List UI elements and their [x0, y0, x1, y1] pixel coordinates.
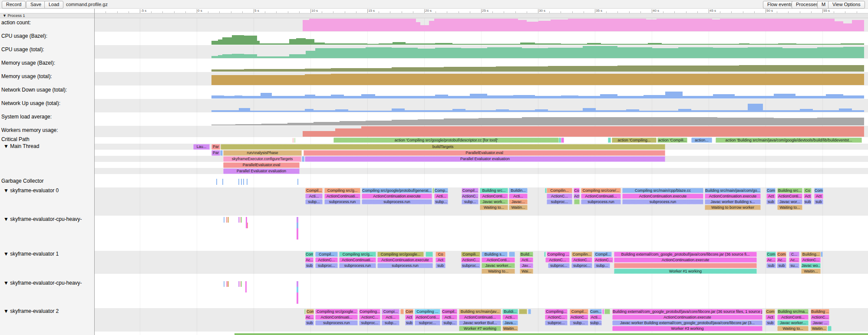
trace-event-bar[interactable]: Wai...	[520, 269, 533, 274]
cpu-heavy-event-tick[interactable]	[240, 281, 241, 287]
trace-event-bar[interactable]: Compiling ...	[415, 309, 440, 314]
trace-event-bar[interactable]: Act	[436, 257, 446, 263]
clipped-bottom-row-bar[interactable]	[234, 333, 868, 335]
trace-event-bar[interactable]: subproc...	[359, 320, 380, 325]
cpu-heavy-event-tick[interactable]	[238, 281, 239, 287]
trace-event-bar[interactable]: subproc...	[548, 263, 570, 268]
trace-event-bar[interactable]: Comp...	[434, 188, 448, 193]
trace-event-bar[interactable]: ActionC...	[315, 257, 338, 263]
cpu-heavy-event-tick[interactable]	[247, 223, 248, 228]
trace-event-bar[interactable]: Build...	[520, 252, 533, 257]
cpu-heavy-event-tick[interactable]	[297, 287, 298, 292]
trace-event-bar[interactable]: ActionC...	[571, 257, 592, 263]
track-label[interactable]: ▼ skyframe-evaluator 0	[3, 187, 59, 194]
cpu-heavy-event-tick[interactable]	[240, 217, 241, 223]
trace-event-bar[interactable]: subp...	[434, 199, 448, 204]
trace-event-bar[interactable]: Com	[814, 188, 823, 193]
trace-event-bar[interactable]: Building src/main/java/com/go...	[705, 188, 761, 193]
cpu-heavy-event-tick[interactable]	[226, 217, 227, 223]
track-label[interactable]: CPU usage (total):	[1, 46, 44, 53]
track-label[interactable]: action count:	[1, 20, 31, 26]
trace-event-bar[interactable]: su...	[789, 263, 799, 268]
trace-event-bar[interactable]: subp...	[305, 199, 323, 204]
trace-event-bar[interactable]: Javac worker...	[777, 320, 809, 325]
cpu-heavy-event-tick[interactable]	[297, 292, 298, 304]
trace-event-bar[interactable]: subproc...	[461, 263, 480, 268]
trace-event-bar[interactable]: Compiling src/google...	[377, 252, 424, 257]
trace-event-bar[interactable]: subproc...	[547, 199, 572, 204]
trace-event-bar[interactable]	[400, 309, 404, 314]
trace-event-bar[interactable]: Building external/com_google_protobuf/ja…	[614, 252, 757, 257]
trace-event-bar[interactable]: Com	[306, 309, 314, 314]
trace-event-bar[interactable]: ActionC...	[801, 257, 821, 263]
trace-event-bar[interactable]	[608, 138, 611, 143]
trace-event-bar[interactable]: Compiling ...	[547, 252, 570, 257]
trace-event-bar[interactable]: Ac...	[766, 257, 776, 263]
trace-event-bar[interactable]: Com...	[590, 309, 602, 314]
trace-event-bar[interactable]: sub	[305, 263, 314, 268]
trace-event-bar[interactable]: Compiling...	[545, 309, 568, 314]
trace-event-bar[interactable]: subp...	[382, 320, 399, 325]
trace-event-bar[interactable]: Worker #1 working	[614, 269, 757, 274]
track-label[interactable]: ▼ skyframe-evaluator 2	[3, 308, 59, 314]
load-button[interactable]: Load	[44, 1, 63, 9]
track-label[interactable]: Memory usage (total):	[1, 73, 52, 79]
track-label[interactable]: System load average:	[1, 114, 52, 120]
trace-event-bar[interactable]: Javac worker...	[482, 263, 515, 268]
trace-event-bar[interactable]: Java...	[502, 320, 518, 325]
cpu-heavy-event-tick[interactable]	[238, 217, 239, 223]
trace-event-bar[interactable]: Com	[305, 252, 314, 257]
trace-event-bar[interactable]: subp...	[462, 199, 479, 204]
track-label[interactable]: ▼ skyframe-evaluator-cpu-heavy-	[3, 280, 82, 286]
trace-event-bar[interactable]: ActionContinuati...	[324, 194, 360, 199]
trace-event-bar[interactable]: sub	[766, 199, 776, 204]
trace-event-bar[interactable]: Acti...	[520, 257, 533, 263]
trace-event-bar[interactable]: Co	[436, 252, 446, 257]
trace-event-bar[interactable]: Parallel Evaluator evaluation	[223, 168, 300, 174]
trace-event-bar[interactable]	[528, 309, 531, 314]
cpu-heavy-event-tick[interactable]	[224, 217, 224, 223]
trace-event-bar[interactable]: ActionContinuation.execute	[614, 257, 757, 263]
trace-event-bar[interactable]: Com	[777, 252, 786, 257]
track-label[interactable]: CPU usage (Bazel):	[1, 33, 47, 39]
trace-event-bar[interactable]: Par	[211, 150, 220, 156]
trace-event-bar[interactable]: ActionC...	[545, 257, 570, 263]
trace-event-bar[interactable]: Compili...	[461, 252, 480, 257]
trace-event-bar[interactable]: sub	[814, 199, 823, 204]
trace-event-bar[interactable]: ActionC...	[461, 257, 480, 263]
trace-event-bar[interactable]: ActionContinuation.execute	[612, 315, 762, 320]
trace-event-bar[interactable]: Building src...	[777, 188, 802, 193]
gc-event-tick[interactable]	[247, 179, 248, 185]
trace-event-bar[interactable]: Compiling src/google...	[315, 309, 358, 314]
track-label[interactable]: ▼ Main Thread	[3, 143, 39, 149]
trace-event-bar[interactable]: Waiting to...	[777, 205, 802, 210]
trace-event-bar[interactable]: ParallelEvaluator.eval	[304, 150, 665, 156]
trace-event-bar[interactable]: sub	[405, 320, 413, 325]
track-label[interactable]: Workers memory usage:	[1, 127, 58, 133]
trace-event-bar[interactable]: Compil...	[315, 252, 338, 257]
trace-event-bar[interactable]: ActionContinuati...	[581, 194, 621, 199]
trace-event-bar[interactable]: ActionContinuation.execute	[362, 194, 432, 199]
trace-event-bar[interactable]: Compilin...	[571, 252, 592, 257]
trace-event-bar[interactable]: Act	[804, 194, 812, 199]
view-options-button[interactable]: View Options	[828, 1, 865, 9]
trace-event-bar[interactable]: subprocess.run	[339, 263, 376, 268]
trace-event-bar[interactable]: Acti...	[502, 315, 518, 320]
trace-event-bar[interactable]: Compil...	[594, 252, 612, 257]
trace-event-bar[interactable]: Act	[766, 194, 776, 199]
trace-event-bar[interactable]: Waiting to borrow worker	[705, 205, 761, 210]
trace-event-bar[interactable]: Building s...	[482, 252, 508, 257]
trace-event-bar[interactable]	[821, 252, 823, 257]
trace-event-bar[interactable]: Compil...	[570, 309, 588, 314]
track-label[interactable]: ▼ skyframe-evaluator 1	[3, 251, 59, 257]
trace-event-bar[interactable]: Javac...	[509, 199, 528, 204]
trace-event-bar[interactable]: Jav...	[520, 263, 533, 268]
trace-event-bar[interactable]: subp...	[442, 320, 457, 325]
trace-event-bar[interactable]	[828, 326, 832, 331]
trace-event-bar[interactable]: Par	[211, 144, 220, 150]
trace-event-bar[interactable]: Act	[574, 194, 580, 199]
trace-event-bar[interactable]: Co	[804, 188, 812, 193]
trace-event-bar[interactable]: Ac...	[789, 257, 799, 263]
cpu-heavy-event-tick[interactable]	[224, 281, 224, 287]
trace-event-bar[interactable]: ActionConti...	[480, 194, 508, 199]
